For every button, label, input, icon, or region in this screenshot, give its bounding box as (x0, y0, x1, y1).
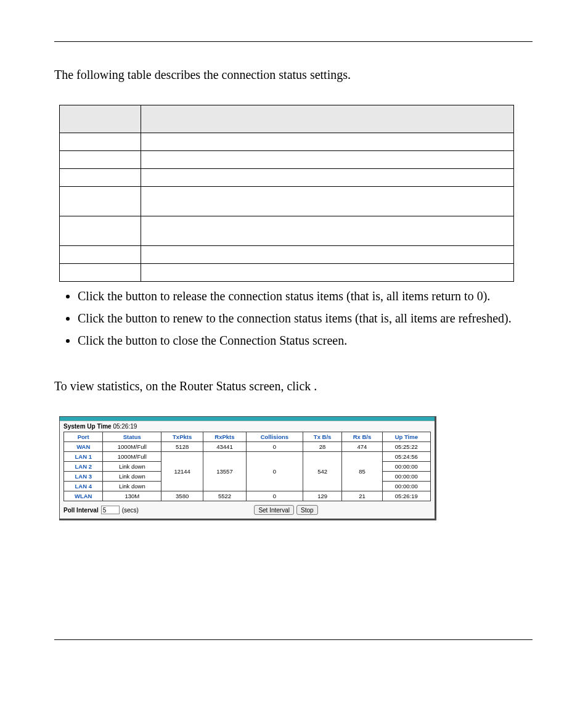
th-rxbs: Rx B/s (342, 432, 382, 442)
cell-txb: 542 (303, 452, 341, 491)
cell-up: 00:00:00 (382, 472, 430, 482)
settings-th-item (60, 105, 141, 133)
cell-txb: 28 (303, 442, 341, 452)
cell-up: 00:00:00 (382, 462, 430, 472)
list-item: Click the button to renew to the connect… (78, 310, 533, 326)
th-uptime: Up Time (382, 432, 430, 442)
bullet-text: button to renew to the connection status… (126, 311, 512, 325)
table-row: WLAN 130M 3580 5522 0 129 21 05:26:19 (64, 491, 431, 501)
cell-port: LAN 4 (64, 482, 103, 491)
cell-tx: 12144 (161, 452, 203, 491)
bullet-list: Click the button to release the connecti… (62, 288, 533, 348)
bullet-text: button to release the connection status … (126, 289, 491, 303)
table-header-row (60, 105, 514, 133)
table-row (60, 264, 514, 282)
th-txbs: Tx B/s (303, 432, 341, 442)
stats-intro-post: . (314, 379, 317, 393)
th-port: Port (64, 432, 103, 442)
stop-button[interactable]: Stop (296, 505, 318, 515)
th-status: Status (103, 432, 161, 442)
table-row (60, 216, 514, 246)
th-rxpkts: RxPkts (203, 432, 247, 442)
cell-status: 130M (103, 491, 161, 501)
cell-port: WAN (64, 442, 103, 452)
cell-port: WLAN (64, 491, 103, 501)
cell-tx: 3580 (161, 491, 203, 501)
cell-rx: 13557 (203, 452, 247, 491)
poll-unit: (secs) (122, 507, 139, 514)
cell-rxb: 474 (342, 442, 382, 452)
cell-txb: 129 (303, 491, 341, 501)
bullet-text: Click the (78, 334, 126, 347)
bullet-text: Click the (78, 289, 126, 303)
table-row: LAN 1 1000M/Full 12144 13557 0 542 85 05… (64, 452, 431, 462)
bullet-text: button to close the Connection Status sc… (126, 334, 347, 347)
poll-controls: Poll Interval (secs) Set Interval Stop (60, 504, 435, 519)
settings-th-desc (141, 105, 513, 133)
cell-status: 1000M/Full (103, 442, 161, 452)
cell-up: 05:24:56 (382, 452, 430, 462)
shot-topbar (60, 417, 435, 421)
statistics-table: Port Status TxPkts RxPkts Collisions Tx … (63, 432, 431, 501)
cell-col: 0 (246, 452, 303, 491)
poll-label: Poll Interval (63, 507, 99, 514)
table-row (60, 246, 514, 264)
table-row (60, 169, 514, 187)
rule-bottom (54, 639, 533, 640)
poll-interval-input[interactable] (101, 506, 120, 514)
cell-up: 00:00:00 (382, 482, 430, 491)
cell-rxb: 85 (342, 452, 382, 491)
cell-rxb: 21 (342, 491, 382, 501)
settings-table (59, 105, 514, 282)
table-row (60, 187, 514, 216)
uptime-label: System Up Time (63, 423, 112, 430)
cell-port: LAN 1 (64, 452, 103, 462)
uptime-value: 05:26:19 (113, 423, 137, 430)
list-item: Click the button to release the connecti… (78, 288, 533, 304)
cell-tx: 5128 (161, 442, 203, 452)
cell-rx: 5522 (203, 491, 247, 501)
stats-intro-pre: To view statistics, on the Router Status… (54, 379, 314, 393)
system-uptime: System Up Time 05:26:19 (60, 421, 435, 432)
intro-text: The following table describes the connec… (54, 67, 533, 83)
table-row: WAN 1000M/Full 5128 43441 0 28 474 05:25… (64, 442, 431, 452)
set-interval-button[interactable]: Set Interval (254, 505, 294, 515)
th-collisions: Collisions (246, 432, 303, 442)
cell-col: 0 (246, 491, 303, 501)
cell-up: 05:26:19 (382, 491, 430, 501)
cell-col: 0 (246, 442, 303, 452)
bullet-text: Click the (78, 311, 126, 325)
cell-port: LAN 3 (64, 472, 103, 482)
stats-intro: To view statistics, on the Router Status… (54, 378, 533, 394)
cell-up: 05:25:22 (382, 442, 430, 452)
table-row (60, 151, 514, 169)
cell-status: Link down (103, 462, 161, 472)
cell-rx: 43441 (203, 442, 247, 452)
cell-port: LAN 2 (64, 462, 103, 472)
list-item: Click the button to close the Connection… (78, 332, 533, 348)
stats-header-row: Port Status TxPkts RxPkts Collisions Tx … (64, 432, 431, 442)
statistics-screenshot: System Up Time 05:26:19 Port Status TxPk… (59, 416, 436, 520)
cell-status: 1000M/Full (103, 452, 161, 462)
th-txpkts: TxPkts (161, 432, 203, 442)
table-row (60, 133, 514, 151)
cell-status: Link down (103, 472, 161, 482)
cell-status: Link down (103, 482, 161, 491)
rule-top (54, 41, 533, 42)
